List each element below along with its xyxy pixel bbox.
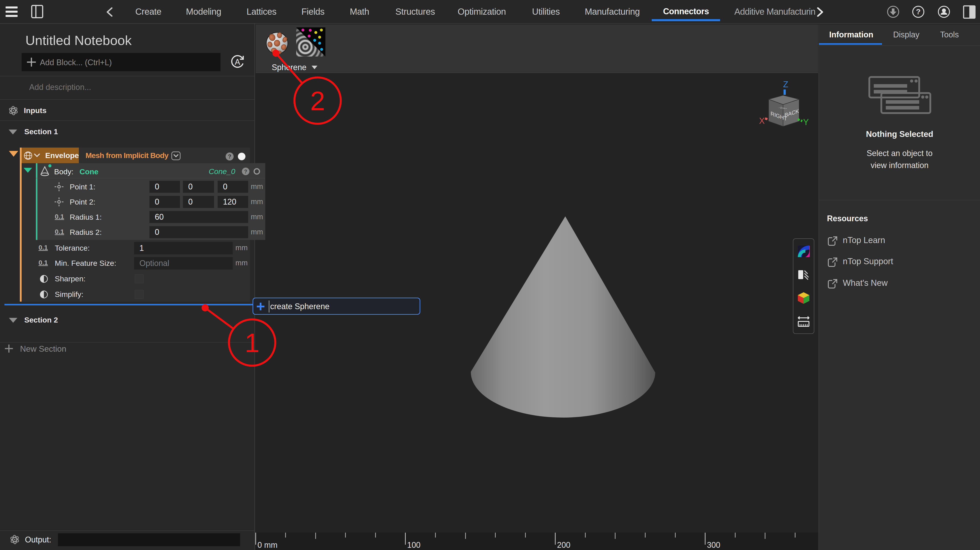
svg-text:200: 200	[557, 540, 570, 550]
svg-text:X: X	[759, 116, 765, 125]
svg-text:0 mm: 0 mm	[258, 540, 277, 550]
svg-text:?: ?	[228, 153, 231, 160]
svg-text:A: A	[235, 57, 240, 67]
svg-text:300: 300	[707, 540, 720, 550]
svg-text:Z: Z	[783, 80, 788, 89]
svg-text:Y: Y	[803, 117, 809, 127]
svg-text:?: ?	[916, 7, 921, 16]
svg-text:?: ?	[244, 169, 247, 174]
svg-text:100: 100	[407, 540, 420, 550]
